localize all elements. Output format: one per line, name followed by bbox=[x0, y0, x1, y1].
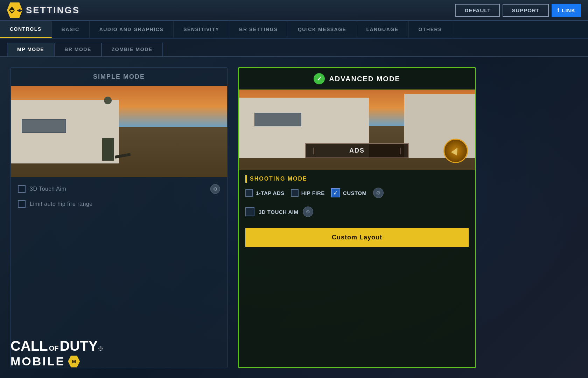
ads-banner: | ADS | bbox=[305, 143, 409, 158]
hip-fire-checkbox[interactable] bbox=[291, 189, 299, 197]
advanced-mode-header: ✓ ADVANCED MODE bbox=[239, 68, 475, 90]
top-tabs-bar: CONTROLS BASIC AUDIO AND GRAPHICS SENSIT… bbox=[0, 21, 588, 38]
header-actions: DEFAULT SUPPORT f LINK bbox=[455, 4, 581, 17]
sub-tabs-bar: MP MODE BR MODE ZOMBIE MODE bbox=[0, 38, 588, 57]
adv-touch-aim-checkbox[interactable] bbox=[245, 207, 254, 216]
facebook-link-button[interactable]: f LINK bbox=[552, 4, 581, 17]
simple-mode-card: SIMPLE MODE 3D Touch Aim ⚙ Limit auto hi… bbox=[10, 67, 227, 368]
duty-text: DUTY bbox=[59, 338, 98, 354]
shooting-options: 1-tap ADS HIP FIRE ✓ CUSTOM ⚙ bbox=[245, 188, 469, 198]
codm-logo: CALL OF DUTY ® MOBILE bbox=[10, 338, 103, 368]
advanced-mode-title: ADVANCED MODE bbox=[329, 75, 400, 83]
option-hip-fire: HIP FIRE bbox=[291, 189, 325, 197]
adv-touch-aim-row: 3D Touch Aim ⚙ bbox=[245, 206, 469, 217]
1tap-ads-label: 1-tap ADS bbox=[256, 190, 285, 196]
character-body bbox=[102, 138, 114, 161]
registered-icon: ® bbox=[98, 346, 103, 352]
fire-button-circle bbox=[443, 139, 468, 163]
shooting-section: SHOOTING MODE 1-tap ADS HIP FIRE ✓ CUSTO… bbox=[239, 170, 475, 203]
tab-controls[interactable]: CONTROLS bbox=[0, 21, 52, 38]
hip-fire-limit-label: Limit auto hip fire range bbox=[30, 201, 93, 207]
yellow-bar-icon bbox=[245, 175, 247, 183]
call-text: CALL bbox=[10, 338, 48, 354]
sub-tab-zombie-mode[interactable]: ZOMBIE MODE bbox=[102, 43, 163, 56]
support-button[interactable]: SUPPORT bbox=[503, 4, 549, 17]
of-text: OF bbox=[49, 344, 59, 352]
touch-aim-checkbox[interactable] bbox=[18, 185, 26, 193]
touch-aim-settings-icon[interactable]: ⚙ bbox=[210, 184, 220, 194]
codm-logo-line1: CALL OF DUTY ® bbox=[10, 338, 103, 354]
tab-quick-message[interactable]: QUICK MESSAGE bbox=[288, 21, 357, 38]
advanced-mode-screenshot: | ADS | bbox=[239, 90, 475, 170]
advanced-mode-check-icon: ✓ bbox=[314, 73, 325, 84]
header-title: SETTINGS bbox=[26, 5, 80, 16]
tab-br-settings[interactable]: BR SETTINGS bbox=[229, 21, 288, 38]
touch-aim-label: 3D Touch Aim bbox=[30, 186, 66, 192]
shooting-mode-settings-icon[interactable]: ⚙ bbox=[373, 188, 384, 198]
logo-area: ◀▶ SETTINGS bbox=[7, 2, 80, 18]
advanced-mode-card: ✓ ADVANCED MODE | ADS | SHOOTING bbox=[238, 67, 476, 368]
option-1tap-ads: 1-tap ADS bbox=[245, 189, 285, 197]
adv-touch-aim-label: 3D Touch Aim bbox=[259, 209, 299, 215]
ads-label: ADS bbox=[315, 147, 399, 154]
header: ◀▶ SETTINGS DEFAULT SUPPORT f LINK bbox=[0, 0, 588, 21]
character-head bbox=[104, 97, 112, 104]
codm-hex-icon bbox=[68, 356, 80, 368]
custom-layout-button[interactable]: Custom Layout bbox=[245, 228, 469, 247]
shooting-mode-title: SHOOTING MODE bbox=[250, 176, 307, 182]
tab-language[interactable]: LANGUAGE bbox=[356, 21, 408, 38]
content-area: SIMPLE MODE 3D Touch Aim ⚙ Limit auto hi… bbox=[0, 57, 588, 378]
advanced-options: 3D Touch Aim ⚙ bbox=[239, 203, 475, 228]
default-button[interactable]: DEFAULT bbox=[455, 4, 500, 17]
hip-fire-option-row: Limit auto hip fire range bbox=[18, 200, 220, 208]
shooting-mode-label: SHOOTING MODE bbox=[245, 175, 469, 183]
sub-tab-mp-mode[interactable]: MP MODE bbox=[7, 43, 54, 56]
touch-aim-option-row: 3D Touch Aim ⚙ bbox=[18, 184, 220, 194]
1tap-ads-checkbox[interactable] bbox=[245, 189, 253, 197]
simple-mode-screenshot bbox=[11, 86, 227, 177]
tab-others[interactable]: OTHERS bbox=[409, 21, 452, 38]
tab-sensitivity[interactable]: SENSITIVITY bbox=[174, 21, 229, 38]
svg-text:◀▶: ◀▶ bbox=[9, 9, 14, 12]
simple-mode-title: SIMPLE MODE bbox=[11, 68, 227, 86]
adv-touch-aim-settings-icon[interactable]: ⚙ bbox=[303, 206, 313, 217]
tab-audio-graphics[interactable]: AUDIO AND GRAPHICS bbox=[90, 21, 174, 38]
custom-label: CUSTOM bbox=[343, 190, 367, 196]
custom-checkbox[interactable]: ✓ bbox=[331, 188, 340, 197]
tab-basic[interactable]: BASIC bbox=[52, 21, 90, 38]
logo-icon: ◀▶ bbox=[7, 2, 22, 18]
fire-button-inner bbox=[451, 146, 460, 155]
option-custom: ✓ CUSTOM bbox=[331, 188, 367, 197]
facebook-icon: f bbox=[557, 7, 560, 14]
hip-fire-label: HIP FIRE bbox=[301, 190, 325, 196]
link-btn-label: LINK bbox=[562, 7, 575, 13]
codm-mobile-row: MOBILE bbox=[10, 355, 103, 368]
hip-fire-limit-checkbox[interactable] bbox=[18, 200, 26, 208]
sub-tab-br-mode[interactable]: BR MODE bbox=[54, 43, 102, 56]
mobile-text: MOBILE bbox=[10, 355, 65, 368]
